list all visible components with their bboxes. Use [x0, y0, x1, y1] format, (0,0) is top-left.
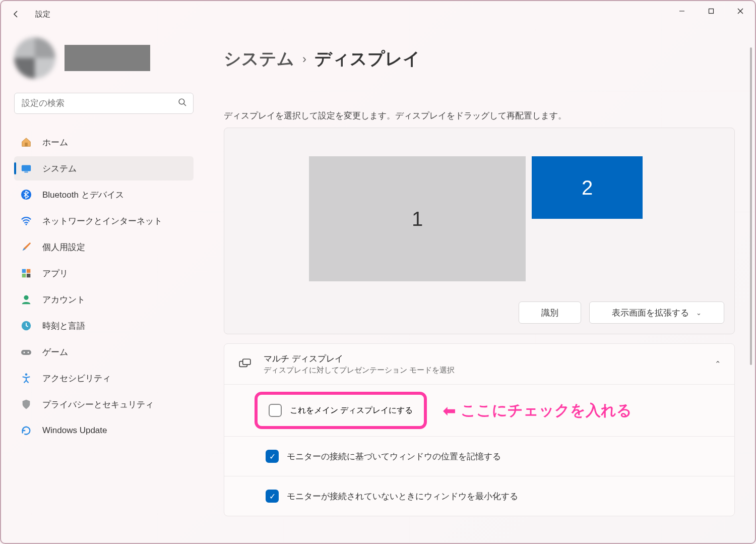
sidebar: ホーム システム Bluetooth とデバイス ネットワークとインターネット …: [1, 27, 203, 543]
card-subtitle: ディスプレイに対してプレゼンテーション モードを選択: [264, 366, 704, 375]
multi-display-card: マルチ ディスプレイ ディスプレイに対してプレゼンテーション モードを選択 ⌃ …: [224, 343, 735, 516]
nav-label: アプリ: [42, 268, 68, 279]
nav-gaming[interactable]: ゲーム: [14, 340, 194, 364]
card-title: マルチ ディスプレイ: [264, 353, 704, 365]
svg-rect-17: [21, 350, 31, 355]
back-button[interactable]: [6, 4, 26, 24]
nav-apps[interactable]: アプリ: [14, 261, 194, 285]
minimize-button[interactable]: [667, 1, 697, 21]
multi-display-icon: [237, 356, 253, 372]
svg-rect-14: [27, 274, 31, 278]
nav-label: 個人用設定: [42, 241, 85, 253]
extend-dropdown[interactable]: 表示画面を拡張する ⌄: [589, 301, 724, 324]
nav-account[interactable]: アカウント: [14, 287, 194, 312]
svg-point-19: [28, 352, 29, 353]
close-button[interactable]: [726, 1, 755, 21]
panel-actions: 識別 表示画面を拡張する ⌄: [234, 301, 724, 324]
display-description: ディスプレイを選択して設定を変更します。ディスプレイをドラッグして再配置します。: [224, 110, 735, 122]
remember-position-checkbox[interactable]: ✓: [266, 450, 279, 463]
app-title: 設定: [35, 10, 50, 19]
nav-label: プライバシーとセキュリティ: [42, 399, 154, 410]
brush-icon: [20, 241, 32, 253]
svg-point-18: [24, 352, 25, 353]
display-canvas[interactable]: 1 2: [234, 156, 724, 287]
nav-label: ネットワークとインターネット: [42, 215, 162, 227]
remember-position-row[interactable]: ✓ モニターの接続に基づいてウィンドウの位置を記憶する: [224, 436, 734, 476]
bluetooth-icon: [20, 189, 32, 201]
nav-label: Windows Update: [42, 426, 107, 436]
wifi-icon: [20, 215, 32, 227]
svg-point-15: [24, 295, 28, 300]
svg-rect-1: [709, 9, 714, 14]
scrollbar[interactable]: [750, 47, 752, 365]
maximize-button[interactable]: [697, 1, 726, 21]
update-icon: [20, 425, 32, 437]
display-arrangement-panel: 1 2 識別 表示画面を拡張する ⌄: [224, 128, 735, 334]
avatar: [14, 37, 55, 79]
nav-windows-update[interactable]: Windows Update: [14, 418, 194, 443]
main-content: システム › ディスプレイ ディスプレイを選択して設定を変更します。ディスプレイ…: [203, 27, 755, 543]
nav-label: アカウント: [42, 294, 85, 306]
make-main-label: これをメイン ディスプレイにする: [290, 405, 413, 416]
arrow-left-icon: ⬅: [443, 402, 456, 419]
accessibility-icon: [20, 372, 32, 384]
annotation-highlight: これをメイン ディスプレイにする: [255, 392, 427, 429]
home-icon: [20, 136, 32, 148]
svg-point-4: [179, 99, 184, 104]
window-controls: [667, 1, 755, 21]
make-main-checkbox[interactable]: [269, 404, 282, 417]
chevron-up-icon: ⌃: [715, 359, 721, 369]
svg-rect-8: [24, 171, 28, 172]
settings-window: 設定 ホーム: [0, 0, 756, 544]
make-main-row: これをメイン ディスプレイにする ⬅ ここにチェックを入れる: [224, 384, 734, 436]
svg-rect-12: [27, 269, 31, 273]
svg-point-20: [25, 373, 28, 376]
apps-icon: [20, 267, 32, 279]
chevron-down-icon: ⌄: [696, 309, 702, 317]
svg-rect-7: [22, 165, 31, 171]
search-box: [14, 93, 194, 114]
profile[interactable]: [14, 37, 194, 79]
nav-accessibility[interactable]: アクセシビリティ: [14, 366, 194, 390]
breadcrumb: システム › ディスプレイ: [224, 47, 735, 71]
svg-rect-11: [22, 269, 26, 273]
nav-network[interactable]: ネットワークとインターネット: [14, 209, 194, 233]
gamepad-icon: [20, 346, 32, 358]
shield-icon: [20, 398, 32, 410]
svg-line-5: [184, 104, 186, 106]
svg-rect-6: [25, 143, 28, 146]
minimize-disconnected-row[interactable]: ✓ モニターが接続されていないときにウィンドウを最小化する: [224, 476, 734, 516]
nav-time-language[interactable]: 時刻と言語: [14, 314, 194, 338]
nav-label: システム: [42, 163, 77, 174]
clock-icon: [20, 320, 32, 332]
titlebar: 設定: [1, 1, 755, 27]
search-icon: [178, 98, 186, 109]
nav-personalization[interactable]: 個人用設定: [14, 235, 194, 259]
identify-button[interactable]: 識別: [519, 301, 581, 324]
minimize-disconnected-label: モニターが接続されていないときにウィンドウを最小化する: [287, 491, 518, 502]
system-icon: [20, 162, 32, 174]
nav-home[interactable]: ホーム: [14, 130, 194, 154]
breadcrumb-parent[interactable]: システム: [224, 47, 294, 71]
minimize-disconnected-checkbox[interactable]: ✓: [266, 490, 279, 503]
chevron-right-icon: ›: [302, 52, 306, 66]
breadcrumb-current: ディスプレイ: [314, 47, 420, 71]
person-icon: [20, 293, 32, 306]
multi-display-header[interactable]: マルチ ディスプレイ ディスプレイに対してプレゼンテーション モードを選択 ⌃: [224, 344, 734, 384]
search-input[interactable]: [14, 93, 194, 114]
annotation-text: ⬅ ここにチェックを入れる: [443, 400, 632, 421]
nav-label: ホーム: [42, 137, 68, 148]
nav-privacy[interactable]: プライバシーとセキュリティ: [14, 392, 194, 416]
nav-system[interactable]: システム: [14, 156, 194, 180]
svg-rect-22: [243, 359, 250, 365]
monitor-1[interactable]: 1: [309, 156, 526, 281]
nav-bluetooth[interactable]: Bluetooth とデバイス: [14, 183, 194, 207]
nav-label: Bluetooth とデバイス: [42, 189, 124, 201]
remember-position-label: モニターの接続に基づいてウィンドウの位置を記憶する: [287, 451, 501, 462]
nav-label: 時刻と言語: [42, 320, 85, 332]
svg-point-10: [26, 224, 27, 225]
svg-rect-13: [22, 274, 26, 278]
monitor-2[interactable]: 2: [532, 156, 643, 219]
nav-label: ゲーム: [42, 346, 68, 358]
nav-label: アクセシビリティ: [42, 373, 111, 384]
